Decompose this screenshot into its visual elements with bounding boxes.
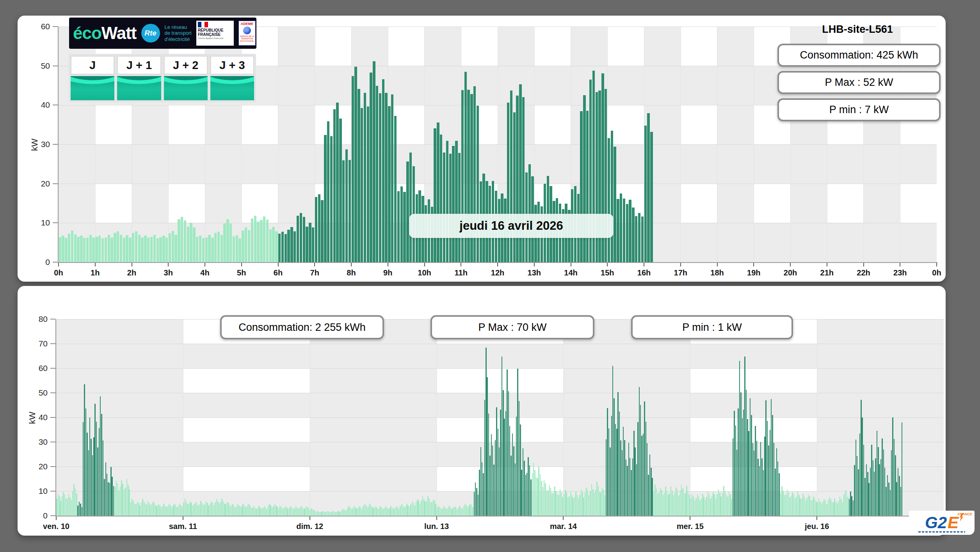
weekly-bar-segment bbox=[630, 458, 630, 516]
daily-bar-segment bbox=[376, 86, 378, 262]
weekly-bar-segment bbox=[339, 511, 340, 516]
daily-bar-segment bbox=[233, 236, 235, 262]
weekly-bar-segment bbox=[702, 494, 703, 516]
weekly-bar-segment bbox=[744, 357, 745, 516]
weekly-bar-segment bbox=[166, 507, 167, 516]
weekly-bar-segment bbox=[257, 508, 258, 516]
daily-x-tick-label: 13h bbox=[528, 268, 541, 277]
daily-bar-segment bbox=[635, 216, 637, 262]
weekly-bar-segment bbox=[405, 506, 406, 516]
weekly-bar-segment bbox=[124, 490, 125, 516]
weekly-bar-segment bbox=[315, 512, 316, 516]
weekly-bar-segment bbox=[298, 509, 299, 516]
weekly-bar-segment bbox=[868, 483, 869, 516]
weekly-bar-segment bbox=[294, 508, 295, 516]
forecast-button-j3[interactable]: J + 3 bbox=[210, 56, 254, 100]
weekly-bar-segment bbox=[587, 490, 588, 516]
weekly-bar-segment bbox=[475, 483, 476, 516]
weekly-bar-segment bbox=[126, 479, 127, 516]
daily-x-tick-mark bbox=[936, 263, 937, 266]
weekly-bar-segment bbox=[207, 503, 208, 516]
weekly-bar-segment bbox=[690, 499, 691, 516]
weekly-bar-segment bbox=[725, 491, 726, 516]
weekly-bar-segment bbox=[66, 499, 66, 516]
weekly-bar-segment bbox=[549, 485, 550, 516]
weekly-bar-segment bbox=[567, 497, 568, 516]
daily-x-tick-label: 21h bbox=[820, 268, 834, 277]
weekly-bar-segment bbox=[278, 508, 279, 516]
weekly-bar-segment bbox=[669, 493, 670, 516]
weekly-bar-segment bbox=[583, 497, 584, 516]
daily-bar-segment bbox=[68, 234, 70, 262]
weekly-bar-segment bbox=[515, 463, 516, 516]
weekly-bar-segment bbox=[359, 506, 359, 516]
daily-bar-segment bbox=[580, 111, 582, 262]
forecast-button-j[interactable]: J bbox=[71, 56, 114, 100]
weekly-bar-segment bbox=[217, 501, 218, 516]
daily-bar-segment bbox=[71, 231, 73, 262]
weekly-chart-panel: Consommation: 2 255 kWh P Max : 70 kW P … bbox=[18, 286, 946, 536]
weekly-bar-segment bbox=[706, 497, 707, 516]
forecast-button-j1-label: J + 1 bbox=[117, 56, 161, 75]
daily-bar-segment bbox=[321, 200, 323, 262]
weekly-bar-segment bbox=[451, 509, 452, 516]
weekly-x-tick-mark bbox=[56, 517, 57, 520]
weekly-bar-segment bbox=[859, 433, 860, 516]
daily-x-tick-label: 4h bbox=[200, 268, 209, 277]
weekly-bar-segment bbox=[847, 497, 848, 516]
weekly-bar-segment bbox=[88, 450, 89, 516]
weekly-y-tick-mark bbox=[50, 442, 55, 442]
daily-bar-segment bbox=[318, 194, 320, 262]
weekly-bar-segment bbox=[211, 502, 212, 516]
daily-bar-segment bbox=[614, 147, 616, 262]
weekly-bar-segment bbox=[182, 507, 183, 516]
daily-y-tick-label: 20 bbox=[23, 179, 50, 188]
forecast-button-j1[interactable]: J + 1 bbox=[117, 56, 161, 100]
weekly-bar-segment bbox=[534, 470, 535, 516]
weekly-bar-segment bbox=[590, 491, 590, 516]
weekly-bar-segment bbox=[643, 434, 644, 516]
weekly-bar-segment bbox=[792, 492, 793, 516]
weekly-y-tick-mark bbox=[50, 343, 55, 344]
weekly-bar-segment bbox=[532, 473, 533, 516]
daily-bar-segment bbox=[141, 238, 143, 262]
weekly-bar-segment bbox=[649, 454, 650, 516]
weekly-bar-segment bbox=[577, 495, 578, 516]
weekly-bar-segment bbox=[637, 422, 638, 516]
daily-x-tick-label: 16h bbox=[637, 268, 651, 277]
weekly-bar-segment bbox=[867, 472, 868, 516]
weekly-bar-segment bbox=[333, 511, 333, 516]
weekly-y-tick-mark bbox=[50, 417, 55, 418]
weekly-bar-segment bbox=[499, 447, 500, 516]
weekly-bar-segment bbox=[582, 492, 583, 516]
daily-x-tick-mark bbox=[680, 263, 681, 266]
weekly-bar-segment bbox=[692, 494, 692, 516]
weekly-bar-segment bbox=[551, 493, 552, 516]
weekly-bar-segment bbox=[608, 428, 609, 516]
weekly-bar-segment bbox=[495, 440, 496, 516]
weekly-bar-segment bbox=[787, 490, 788, 516]
weekly-bar-segment bbox=[730, 494, 731, 516]
weekly-bar-segment bbox=[544, 480, 544, 516]
weekly-bar-segment bbox=[145, 503, 146, 516]
forecast-button-j2[interactable]: J + 2 bbox=[164, 56, 208, 100]
weekly-bar-segment bbox=[197, 505, 198, 516]
weekly-bar-segment bbox=[83, 422, 84, 516]
weekly-bar-segment bbox=[406, 504, 407, 516]
weekly-y-tick-mark bbox=[50, 392, 55, 393]
weekly-bar-segment bbox=[247, 506, 247, 516]
weekly-bar-segment bbox=[117, 483, 118, 516]
weekly-bar-segment bbox=[459, 506, 460, 516]
daily-bar-segment bbox=[59, 237, 61, 262]
weekly-bar-segment bbox=[632, 458, 633, 516]
weekly-bar-segment bbox=[183, 502, 184, 516]
weekly-bar-segment bbox=[779, 473, 779, 516]
weekly-bar-segment bbox=[303, 509, 304, 516]
daily-bar-segment bbox=[132, 233, 134, 262]
weekly-bar-segment bbox=[238, 506, 239, 516]
weekly-x-tick-mark bbox=[183, 517, 183, 520]
daily-bar-segment bbox=[330, 136, 333, 262]
weekly-bar-segment bbox=[668, 495, 669, 516]
weekly-bar-segment bbox=[195, 502, 196, 516]
weekly-bar-segment bbox=[627, 466, 628, 516]
